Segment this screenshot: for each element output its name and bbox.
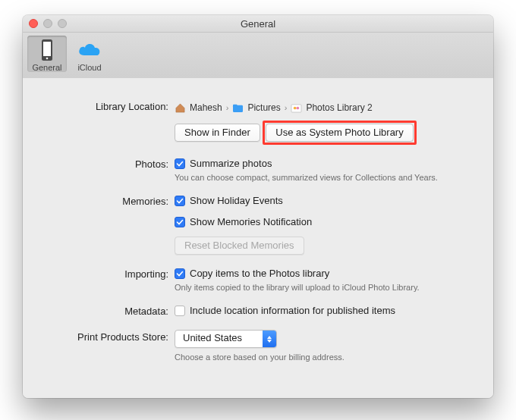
crumb-home: Mahesh [190,102,222,113]
svg-rect-4 [233,104,238,106]
check-icon [176,270,184,277]
check-icon [176,218,184,226]
photos-library-icon [291,103,302,113]
copy-items-checkbox[interactable] [175,268,185,279]
check-icon [176,160,184,168]
chevron-right-icon: › [285,103,288,112]
zoom-icon [58,19,67,28]
label-importing: Importing: [41,267,175,280]
svg-point-6 [294,106,297,109]
cloud-icon [77,42,102,58]
svg-point-7 [297,106,300,109]
show-memories-notification-label: Show Memories Notification [190,215,312,229]
folder-icon [232,103,244,113]
include-location-label: Include location information for publish… [190,304,395,318]
print-products-store-select[interactable]: United States [175,330,277,348]
close-icon[interactable] [29,19,38,28]
show-memories-notification-checkbox[interactable] [175,217,185,227]
copy-items-label: Copy items to the Photos library [190,267,329,281]
tab-label: General [29,63,65,72]
tab-label: iCloud [71,63,108,72]
tab-general[interactable]: General [27,36,67,72]
crumb-library: Photos Library 2 [306,102,372,113]
toolbar: General iCloud [23,33,493,82]
store-hint: Choose a store based on your billing add… [175,353,475,362]
include-location-checkbox[interactable] [175,306,185,316]
label-library-location: Library Location: [41,99,175,112]
check-icon [176,197,184,205]
row-memories: Memories: Show Holiday Events Show Memor… [41,194,475,255]
breadcrumb: Mahesh › Pictures › Photos Library 2 [175,101,475,114]
minimize-icon [43,19,52,28]
svg-rect-5 [291,104,301,111]
show-holiday-events-checkbox[interactable] [175,196,185,206]
crumb-folder: Pictures [247,102,280,113]
row-importing: Importing: Copy items to the Photos libr… [41,267,475,292]
home-icon [175,103,186,113]
summarize-photos-hint: You can choose compact, summarized views… [175,173,475,182]
general-icon [39,39,55,61]
titlebar: General [23,15,493,33]
summarize-photos-checkbox[interactable] [175,158,185,169]
general-pane: Library Location: Mahesh › Pictures › Ph… [23,78,493,398]
tab-icloud[interactable]: iCloud [70,36,109,72]
row-metadata: Metadata: Include location information f… [41,304,475,318]
label-print-products-store: Print Products Store: [41,330,175,343]
preferences-window: General General [23,15,493,398]
use-as-system-photo-library-button[interactable]: Use as System Photo Library [266,124,413,142]
summarize-photos-label: Summarize photos [190,157,272,171]
row-photos: Photos: Summarize photos You can choose … [41,157,475,182]
label-memories: Memories: [41,194,175,207]
label-metadata: Metadata: [41,304,175,317]
row-library-location: Library Location: Mahesh › Pictures › Ph… [41,99,475,145]
select-value: United States [175,331,263,347]
annotation-highlight: Use as System Photo Library [263,121,416,145]
chevron-right-icon: › [226,103,229,112]
show-in-finder-button[interactable]: Show in Finder [175,124,260,142]
svg-rect-1 [43,42,51,56]
window-title: General [241,18,275,30]
stepper-arrows-icon [263,331,276,347]
importing-hint: Only items copied to the library will up… [175,283,475,292]
row-print-products-store: Print Products Store: United States Choo… [41,330,475,362]
svg-point-2 [46,58,49,60]
label-photos: Photos: [41,157,175,170]
reset-blocked-memories-button: Reset Blocked Memories [175,237,304,255]
show-holiday-events-label: Show Holiday Events [190,194,283,208]
